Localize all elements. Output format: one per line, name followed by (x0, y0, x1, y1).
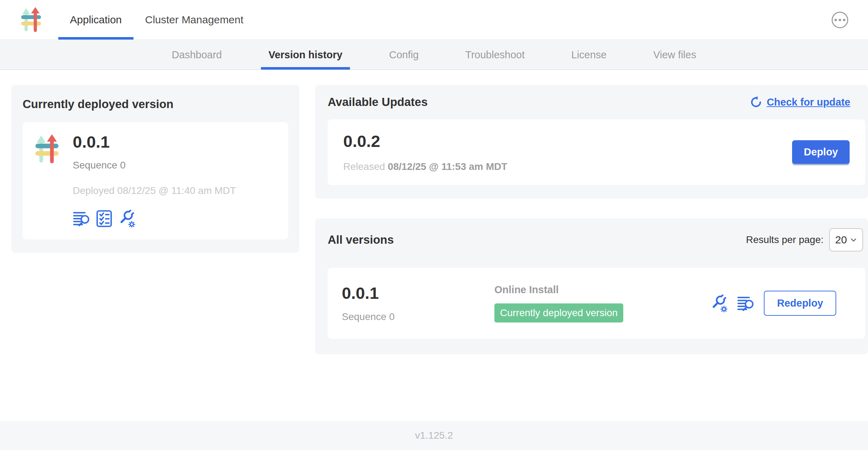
available-updates-card: Available Updates Check for update 0.0.2… (315, 85, 868, 199)
deployed-actions (73, 210, 236, 227)
deploy-button[interactable]: Deploy (792, 140, 850, 164)
results-per-page-value: 20 (835, 234, 847, 246)
currently-deployed-card: Currently deployed version 0.0.1 Sequenc… (11, 85, 299, 253)
all-versions-title: All versions (328, 233, 394, 247)
admin-console-page: Application Cluster Management Dashboard… (0, 0, 868, 450)
app-logo-icon (20, 7, 42, 32)
tab-cluster-management[interactable]: Cluster Management (133, 0, 255, 40)
deployed-card-title: Currently deployed version (23, 97, 288, 111)
deploy-logs-icon[interactable] (73, 210, 90, 227)
deployed-column: Currently deployed version 0.0.1 Sequenc… (11, 85, 299, 253)
deployed-sequence: Sequence 0 (73, 160, 236, 171)
tab-config[interactable]: Config (382, 40, 426, 70)
ellipsis-menu-icon[interactable] (832, 12, 848, 28)
edit-config-icon[interactable] (118, 210, 136, 227)
main-content: Currently deployed version 0.0.1 Sequenc… (0, 70, 868, 421)
row-version-number: 0.0.1 (342, 284, 494, 302)
versions-column: Available Updates Check for update 0.0.2… (315, 85, 868, 354)
refresh-icon (750, 96, 762, 108)
tab-troubleshoot[interactable]: Troubleshoot (458, 40, 532, 70)
released-label: Released (343, 161, 385, 172)
deployed-version-number: 0.0.1 (73, 133, 236, 151)
check-for-update-label: Check for update (767, 96, 850, 108)
deploy-logs-icon[interactable] (737, 295, 755, 312)
version-row-status: Online Install Currently deployed versio… (494, 284, 710, 322)
chevron-down-icon (849, 236, 858, 244)
app-level-tabs: Application Cluster Management (58, 0, 255, 40)
results-per-page-label: Results per page: (746, 234, 824, 245)
app-subnav: Dashboard Version history Config Trouble… (0, 40, 868, 70)
update-row: 0.0.2 Released 08/12/25 @ 11:53 am MDT D… (328, 119, 865, 185)
tab-dashboard[interactable]: Dashboard (164, 40, 229, 70)
status-badge: Currently deployed version (494, 303, 623, 322)
deployed-version-info: 0.0.1 Sequence 0 Deployed 08/12/25 @ 11:… (73, 133, 236, 227)
tab-license[interactable]: License (564, 40, 614, 70)
page-footer: v1.125.2 (0, 421, 868, 450)
deployed-timestamp: Deployed 08/12/25 @ 11:40 am MDT (73, 185, 236, 196)
tab-version-history[interactable]: Version history (261, 40, 350, 70)
results-per-page-control: Results per page: 20 (746, 228, 863, 251)
released-date: 08/12/25 @ 11:53 am MDT (388, 161, 507, 172)
preflight-checks-icon[interactable] (95, 210, 113, 227)
version-row-actions: Redeploy (710, 291, 836, 316)
update-info: 0.0.2 Released 08/12/25 @ 11:53 am MDT (343, 132, 507, 172)
version-row-info: 0.0.1 Sequence 0 (342, 284, 494, 323)
top-header: Application Cluster Management (0, 0, 868, 40)
check-for-update-link[interactable]: Check for update (750, 96, 850, 108)
edit-config-icon[interactable] (710, 295, 728, 312)
update-version-number: 0.0.2 (343, 132, 507, 150)
tab-view-files[interactable]: View files (646, 40, 704, 70)
tab-application[interactable]: Application (58, 0, 133, 40)
console-version: v1.125.2 (415, 430, 453, 441)
results-per-page-select[interactable]: 20 (829, 228, 863, 251)
redeploy-button[interactable]: Redeploy (764, 291, 836, 316)
app-logo-icon (34, 134, 60, 164)
version-row: 0.0.1 Sequence 0 Online Install Currentl… (328, 268, 865, 339)
install-type-label: Online Install (494, 284, 710, 296)
available-updates-title: Available Updates (328, 95, 428, 109)
all-versions-card: All versions Results per page: 20 0.0 (315, 218, 868, 355)
row-sequence: Sequence 0 (342, 311, 494, 322)
update-released-timestamp: Released 08/12/25 @ 11:53 am MDT (343, 161, 507, 172)
deployed-version-card: 0.0.1 Sequence 0 Deployed 08/12/25 @ 11:… (23, 122, 288, 239)
